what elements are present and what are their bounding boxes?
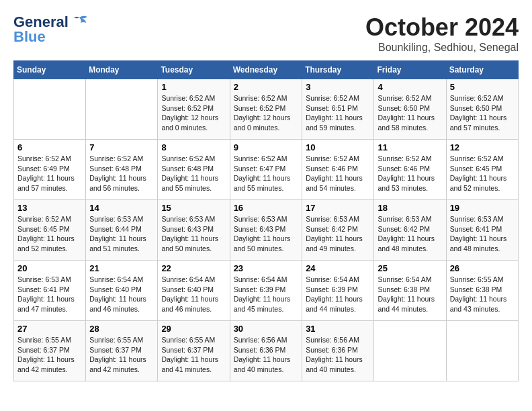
calendar-table: SundayMondayTuesdayWednesdayThursdayFrid… <box>13 60 519 381</box>
day-number: 14 <box>89 203 154 213</box>
calendar-cell: 30Sunrise: 6:56 AM Sunset: 6:36 PM Dayli… <box>230 321 302 381</box>
calendar-cell: 26Sunrise: 6:55 AM Sunset: 6:38 PM Dayli… <box>446 261 518 321</box>
calendar-cell: 4Sunrise: 6:52 AM Sunset: 6:50 PM Daylig… <box>374 79 446 140</box>
day-info: Sunrise: 6:52 AM Sunset: 6:52 PM Dayligh… <box>234 93 299 133</box>
calendar-cell: 22Sunrise: 6:54 AM Sunset: 6:40 PM Dayli… <box>158 261 230 321</box>
day-number: 12 <box>450 142 515 152</box>
day-number: 2 <box>234 82 299 92</box>
weekday-header: Tuesday <box>158 61 230 79</box>
day-number: 28 <box>89 324 154 334</box>
day-number: 8 <box>161 142 226 152</box>
day-info: Sunrise: 6:54 AM Sunset: 6:39 PM Dayligh… <box>234 275 299 314</box>
day-number: 10 <box>306 142 370 152</box>
day-info: Sunrise: 6:53 AM Sunset: 6:41 PM Dayligh… <box>450 214 515 254</box>
calendar-cell: 3Sunrise: 6:52 AM Sunset: 6:51 PM Daylig… <box>302 79 374 140</box>
calendar-cell: 21Sunrise: 6:54 AM Sunset: 6:40 PM Dayli… <box>86 261 158 321</box>
calendar-cell: 18Sunrise: 6:53 AM Sunset: 6:42 PM Dayli… <box>374 200 446 261</box>
calendar-cell: 5Sunrise: 6:52 AM Sunset: 6:50 PM Daylig… <box>446 79 518 140</box>
day-info: Sunrise: 6:54 AM Sunset: 6:40 PM Dayligh… <box>161 275 226 314</box>
day-number: 3 <box>306 82 370 92</box>
day-info: Sunrise: 6:54 AM Sunset: 6:39 PM Dayligh… <box>306 275 370 314</box>
calendar-cell: 27Sunrise: 6:55 AM Sunset: 6:37 PM Dayli… <box>14 321 86 381</box>
day-number: 15 <box>161 203 226 213</box>
calendar-cell: 6Sunrise: 6:52 AM Sunset: 6:49 PM Daylig… <box>14 140 86 200</box>
day-info: Sunrise: 6:54 AM Sunset: 6:38 PM Dayligh… <box>378 275 442 314</box>
weekday-header-row: SundayMondayTuesdayWednesdayThursdayFrid… <box>14 61 519 79</box>
weekday-header: Saturday <box>446 61 518 79</box>
weekday-header: Monday <box>86 61 158 79</box>
day-number: 17 <box>306 203 370 213</box>
month-title: October 2024 <box>365 13 519 42</box>
day-info: Sunrise: 6:56 AM Sunset: 6:36 PM Dayligh… <box>234 335 299 375</box>
calendar-cell: 17Sunrise: 6:53 AM Sunset: 6:42 PM Dayli… <box>302 200 374 261</box>
calendar-week-row: 13Sunrise: 6:52 AM Sunset: 6:45 PM Dayli… <box>14 200 519 261</box>
calendar-cell: 1Sunrise: 6:52 AM Sunset: 6:52 PM Daylig… <box>158 79 230 140</box>
weekday-header: Wednesday <box>230 61 302 79</box>
weekday-header: Friday <box>374 61 446 79</box>
calendar-week-row: 20Sunrise: 6:53 AM Sunset: 6:41 PM Dayli… <box>14 261 519 321</box>
calendar-cell: 31Sunrise: 6:56 AM Sunset: 6:36 PM Dayli… <box>302 321 374 381</box>
calendar-cell: 19Sunrise: 6:53 AM Sunset: 6:41 PM Dayli… <box>446 200 518 261</box>
day-number: 23 <box>234 263 299 273</box>
day-info: Sunrise: 6:52 AM Sunset: 6:52 PM Dayligh… <box>161 93 226 133</box>
day-info: Sunrise: 6:52 AM Sunset: 6:45 PM Dayligh… <box>17 214 82 254</box>
calendar-cell: 29Sunrise: 6:55 AM Sunset: 6:37 PM Dayli… <box>158 321 230 381</box>
calendar-cell <box>374 321 446 381</box>
calendar-cell: 15Sunrise: 6:53 AM Sunset: 6:43 PM Dayli… <box>158 200 230 261</box>
calendar-cell <box>14 79 86 140</box>
day-info: Sunrise: 6:55 AM Sunset: 6:37 PM Dayligh… <box>89 335 154 375</box>
day-info: Sunrise: 6:52 AM Sunset: 6:50 PM Dayligh… <box>378 93 442 133</box>
calendar-cell <box>86 79 158 140</box>
day-info: Sunrise: 6:53 AM Sunset: 6:43 PM Dayligh… <box>161 214 226 254</box>
day-number: 21 <box>89 263 154 273</box>
day-number: 22 <box>161 263 226 273</box>
day-info: Sunrise: 6:53 AM Sunset: 6:42 PM Dayligh… <box>378 214 442 254</box>
day-number: 29 <box>161 324 226 334</box>
day-info: Sunrise: 6:53 AM Sunset: 6:43 PM Dayligh… <box>234 214 299 254</box>
day-number: 30 <box>234 324 299 334</box>
day-info: Sunrise: 6:52 AM Sunset: 6:51 PM Dayligh… <box>306 93 370 133</box>
calendar-cell: 7Sunrise: 6:52 AM Sunset: 6:48 PM Daylig… <box>86 140 158 200</box>
location-subtitle: Bounkiling, Sedhiou, Senegal <box>365 42 519 54</box>
calendar-cell: 9Sunrise: 6:52 AM Sunset: 6:47 PM Daylig… <box>230 140 302 200</box>
day-number: 13 <box>17 203 82 213</box>
day-info: Sunrise: 6:53 AM Sunset: 6:44 PM Dayligh… <box>89 214 154 254</box>
day-number: 20 <box>17 263 82 273</box>
day-info: Sunrise: 6:55 AM Sunset: 6:37 PM Dayligh… <box>161 335 226 375</box>
day-number: 16 <box>234 203 299 213</box>
calendar-cell: 24Sunrise: 6:54 AM Sunset: 6:39 PM Dayli… <box>302 261 374 321</box>
calendar-week-row: 6Sunrise: 6:52 AM Sunset: 6:49 PM Daylig… <box>14 140 519 200</box>
calendar-cell: 28Sunrise: 6:55 AM Sunset: 6:37 PM Dayli… <box>86 321 158 381</box>
calendar-week-row: 27Sunrise: 6:55 AM Sunset: 6:37 PM Dayli… <box>14 321 519 381</box>
day-info: Sunrise: 6:52 AM Sunset: 6:48 PM Dayligh… <box>161 154 226 193</box>
title-area: October 2024 Bounkiling, Sedhiou, Senega… <box>365 13 519 54</box>
calendar-cell: 13Sunrise: 6:52 AM Sunset: 6:45 PM Dayli… <box>14 200 86 261</box>
calendar-cell: 8Sunrise: 6:52 AM Sunset: 6:48 PM Daylig… <box>158 140 230 200</box>
calendar-cell: 25Sunrise: 6:54 AM Sunset: 6:38 PM Dayli… <box>374 261 446 321</box>
header: General Blue October 2024 Bounkiling, Se… <box>13 13 519 54</box>
calendar-cell: 11Sunrise: 6:52 AM Sunset: 6:46 PM Dayli… <box>374 140 446 200</box>
day-info: Sunrise: 6:53 AM Sunset: 6:41 PM Dayligh… <box>17 275 82 314</box>
day-info: Sunrise: 6:55 AM Sunset: 6:37 PM Dayligh… <box>17 335 82 375</box>
day-number: 31 <box>306 324 370 334</box>
calendar-cell: 16Sunrise: 6:53 AM Sunset: 6:43 PM Dayli… <box>230 200 302 261</box>
calendar-cell: 20Sunrise: 6:53 AM Sunset: 6:41 PM Dayli… <box>14 261 86 321</box>
day-number: 24 <box>306 263 370 273</box>
weekday-header: Sunday <box>14 61 86 79</box>
day-info: Sunrise: 6:56 AM Sunset: 6:36 PM Dayligh… <box>306 335 370 375</box>
day-number: 18 <box>378 203 442 213</box>
calendar-cell: 2Sunrise: 6:52 AM Sunset: 6:52 PM Daylig… <box>230 79 302 140</box>
day-number: 19 <box>450 203 515 213</box>
logo: General Blue <box>13 13 89 46</box>
day-info: Sunrise: 6:52 AM Sunset: 6:49 PM Dayligh… <box>17 154 82 193</box>
day-number: 1 <box>161 82 226 92</box>
day-info: Sunrise: 6:55 AM Sunset: 6:38 PM Dayligh… <box>450 275 515 314</box>
day-info: Sunrise: 6:53 AM Sunset: 6:42 PM Dayligh… <box>306 214 370 254</box>
logo-bird-icon <box>70 15 89 30</box>
day-number: 4 <box>378 82 442 92</box>
day-number: 25 <box>378 263 442 273</box>
day-info: Sunrise: 6:52 AM Sunset: 6:46 PM Dayligh… <box>306 154 370 193</box>
day-info: Sunrise: 6:52 AM Sunset: 6:45 PM Dayligh… <box>450 154 515 193</box>
calendar-cell <box>446 321 518 381</box>
day-number: 26 <box>450 263 515 273</box>
